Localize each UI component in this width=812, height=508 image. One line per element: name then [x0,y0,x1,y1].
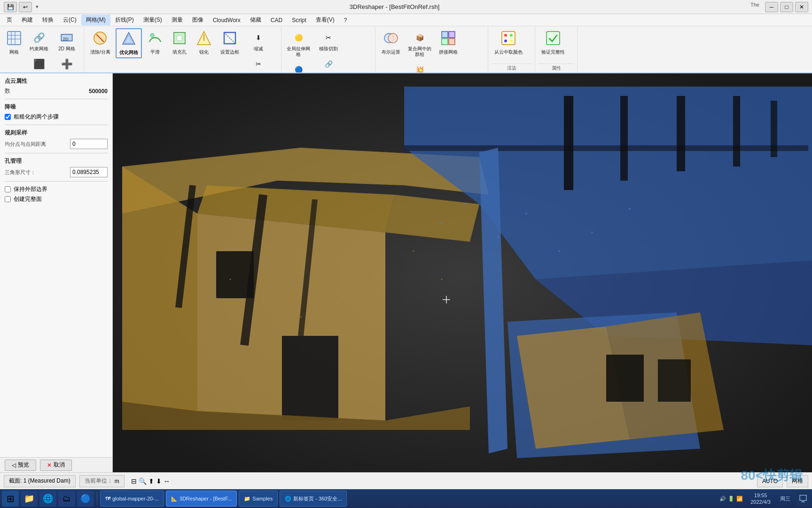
close-button[interactable]: ✕ [795,2,808,12]
taskbar-app-browser[interactable]: 🌐 新标签页 - 360安全... [280,491,347,507]
cancel-button[interactable]: ✕ 取消 [40,460,72,471]
menu-polyline[interactable]: 折线(P) [110,15,139,25]
panel-divider-2 [5,125,108,125]
quick-access-arrow[interactable]: ▾ [34,4,39,10]
menu-help[interactable]: ? [339,16,352,25]
taskbar-clock[interactable]: 19:55 2022/4/3 [747,492,774,506]
arrows-lr-icon[interactable]: ↔ [164,477,170,485]
svg-point-13 [177,35,182,41]
svg-point-19 [388,33,398,43]
search-icon[interactable]: 🔍 [139,477,147,485]
ribbon-btn-edge[interactable]: 设置边框 [217,28,242,57]
svg-rect-46 [620,96,628,181]
ribbon-create-buttons: 网格 🔗 约束网格 ⬛ 挤压 2D [3,28,81,73]
maximize-button[interactable]: □ [780,2,793,12]
preview-button[interactable]: ◁ 预览 [5,460,36,471]
quick-access-save[interactable]: 💾 [4,2,17,12]
ribbon-btn-add2[interactable]: ➕ 加入2个轮廓 [53,55,81,73]
filter-icon[interactable]: ⊟ [131,477,137,485]
menu-cad[interactable]: CAD [266,16,287,25]
panel-checkbox-keep-boundary: 保持外部边界 [5,185,108,193]
svg-line-17 [224,32,235,44]
ribbon-btn-2d[interactable]: 2D 2D 网格 [53,28,81,54]
input-spacing[interactable] [70,139,108,149]
taskbar-time: 19:55 [754,492,767,499]
checkbox-full-surface[interactable] [5,196,11,202]
ribbon-btn-compress[interactable]: ⬛ 挤压 [27,55,51,73]
ribbon-btn-reduce[interactable]: ⬇ 缩减 [244,28,273,54]
arrow-down-icon[interactable]: ⬇ [156,477,162,485]
menu-build[interactable]: 构建 [17,15,38,25]
bottom-panel: ◁ 预览 ✕ 取消 [0,457,113,472]
ribbon-btn-decompose[interactable]: 💥 分解复合网格 [406,60,434,73]
viewport[interactable] [113,73,812,476]
ribbon-btn-mosaic[interactable]: 拼接网格 [436,28,461,57]
ribbon-group-render-label: 渲染 [491,64,532,71]
tray-icon-1[interactable]: 🔊 [719,496,726,502]
ribbon-btn-verify[interactable]: 验证完整性 [538,28,568,57]
svg-point-58 [497,236,499,238]
ribbon-btn-constrain[interactable]: 🔗 约束网格 [27,28,51,54]
svg-point-69 [230,279,231,280]
ribbon-btn-bool[interactable]: 布尔运算 [378,28,404,57]
svg-rect-45 [564,96,573,190]
status-mesh-text: 网格 [792,477,803,485]
ribbon-btn-compound[interactable]: 📦 复合网中的群组 [406,28,434,59]
taskbar-chrome-icon[interactable]: 🔵 [77,491,94,507]
svg-rect-47 [677,96,685,171]
menu-page[interactable]: 页 [2,15,17,25]
menu-cloudworx[interactable]: CloudWorx [208,16,245,25]
checkbox-coarsen[interactable] [5,114,11,120]
menu-view[interactable]: 查看(V) [311,15,339,25]
preview-label: 预览 [18,461,29,469]
ribbon-btn-local-stretch[interactable]: 🔵 局部拉伸网格 [284,60,312,73]
svg-point-57 [464,203,466,205]
ribbon-btn-optimize[interactable]: 优化网格 [116,28,142,58]
quick-access-undo[interactable]: ↩ [19,2,32,12]
menu-measure-s[interactable]: 测量(S) [139,15,167,25]
taskbar-ie-icon[interactable]: 🌐 [39,491,56,507]
taskbar: ⊞ 📁 🌐 🗂 🔵 🗺 global-mapper-20-... 📐 3DRes… [0,489,812,508]
ribbon-btn-clear[interactable]: 清除/分离 [87,28,114,57]
show-desktop-button[interactable] [796,491,810,507]
ribbon-btn-remove-edge[interactable]: ✂ 消除锯边 [244,55,273,73]
ribbon-btn-full-stretch[interactable]: 🟡 全局拉伸网格 [284,28,312,59]
ribbon-btn-move-cut[interactable]: ✂ 移除切割 [314,28,343,54]
ribbon-btn-fill[interactable]: 填充孔 [168,28,191,57]
taskbar-app-globalmapper-label: global-mapper-20-... [112,496,159,501]
ribbon-btn-smooth[interactable]: 平滑 [144,28,166,57]
input-triangle[interactable] [70,167,108,177]
checkbox-keep-boundary[interactable] [5,186,11,192]
ribbon-btn-sharp[interactable]: 锐化 [193,28,215,57]
menu-store[interactable]: 储藏 [245,15,266,25]
taskbar-file-icon[interactable]: 📁 [21,491,38,507]
arrow-up-icon[interactable]: ⬆ [148,477,154,485]
ribbon-btn-mesh-label: 网格 [9,49,19,55]
window-title: 3DReshaper - [BestFitOnRef.rsh] [39,3,750,10]
taskbar-app-3dreshaper[interactable]: 📐 3DReshaper - [BestF... [166,491,237,507]
start-button[interactable]: ⊞ [2,491,19,507]
menu-convert[interactable]: 转换 [38,15,58,25]
ribbon-btn-merge-boundary[interactable]: 🔗 合并共同边界 [314,55,343,73]
tray-icon-3[interactable]: 📶 [736,496,743,502]
taskbar-app-samples[interactable]: 📁 Samples [239,491,278,507]
ribbon-btn-mesh[interactable]: 网格 [3,28,25,57]
taskbar-folder-icon[interactable]: 🗂 [58,491,75,507]
svg-rect-21 [449,32,455,38]
tray-icon-2[interactable]: 🔋 [728,496,734,502]
svg-point-59 [525,213,527,214]
minimize-button[interactable]: ─ [765,2,778,12]
menu-mesh[interactable]: 网格(M) [81,15,110,25]
menu-measure[interactable]: 测量 [167,15,187,25]
menu-script[interactable]: Script [287,16,311,25]
taskbar-app-globalmapper[interactable]: 🗺 global-mapper-20-... [100,491,164,507]
menu-cloud[interactable]: 云(C) [58,15,81,25]
taskbar-tray: 🔊 🔋 📶 [719,496,743,502]
label-coarsen: 粗糙化的两个步骤 [14,113,59,121]
menu-image[interactable]: 图像 [187,15,208,25]
ribbon-btn-color-from-cloud[interactable]: 从云中取颜色 [491,28,526,57]
svg-point-62 [629,208,631,210]
title-right-label: The [750,2,759,12]
svg-point-27 [504,40,507,42]
ribbon-improve-buttons: 清除/分离 优化网格 平滑 [87,28,278,73]
